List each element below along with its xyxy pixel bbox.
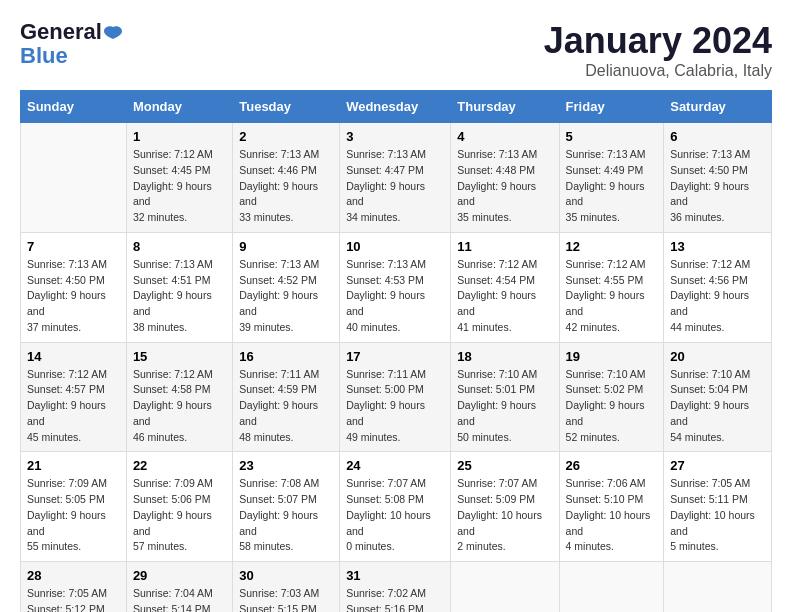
day-number: 19 xyxy=(566,349,658,364)
day-info: Sunrise: 7:13 AMSunset: 4:53 PMDaylight:… xyxy=(346,257,444,336)
day-header-wednesday: Wednesday xyxy=(340,91,451,123)
calendar-cell: 27 Sunrise: 7:05 AMSunset: 5:11 PMDaylig… xyxy=(664,452,772,562)
month-title: January 2024 xyxy=(544,20,772,62)
day-info: Sunrise: 7:12 AMSunset: 4:55 PMDaylight:… xyxy=(566,257,658,336)
calendar-cell xyxy=(21,123,127,233)
day-info: Sunrise: 7:04 AMSunset: 5:14 PMDaylight:… xyxy=(133,586,226,612)
calendar-cell: 7 Sunrise: 7:13 AMSunset: 4:50 PMDayligh… xyxy=(21,232,127,342)
logo-general: General xyxy=(20,20,122,44)
day-number: 11 xyxy=(457,239,552,254)
calendar-cell: 8 Sunrise: 7:13 AMSunset: 4:51 PMDayligh… xyxy=(126,232,232,342)
calendar-cell: 16 Sunrise: 7:11 AMSunset: 4:59 PMDaylig… xyxy=(233,342,340,452)
day-number: 27 xyxy=(670,458,765,473)
day-info: Sunrise: 7:09 AMSunset: 5:05 PMDaylight:… xyxy=(27,476,120,555)
calendar-cell: 26 Sunrise: 7:06 AMSunset: 5:10 PMDaylig… xyxy=(559,452,664,562)
day-header-monday: Monday xyxy=(126,91,232,123)
calendar-cell: 1 Sunrise: 7:12 AMSunset: 4:45 PMDayligh… xyxy=(126,123,232,233)
day-info: Sunrise: 7:13 AMSunset: 4:52 PMDaylight:… xyxy=(239,257,333,336)
day-info: Sunrise: 7:12 AMSunset: 4:58 PMDaylight:… xyxy=(133,367,226,446)
day-info: Sunrise: 7:13 AMSunset: 4:50 PMDaylight:… xyxy=(670,147,765,226)
day-info: Sunrise: 7:05 AMSunset: 5:12 PMDaylight:… xyxy=(27,586,120,612)
day-number: 7 xyxy=(27,239,120,254)
calendar-cell: 3 Sunrise: 7:13 AMSunset: 4:47 PMDayligh… xyxy=(340,123,451,233)
calendar-cell: 20 Sunrise: 7:10 AMSunset: 5:04 PMDaylig… xyxy=(664,342,772,452)
day-info: Sunrise: 7:12 AMSunset: 4:54 PMDaylight:… xyxy=(457,257,552,336)
day-info: Sunrise: 7:13 AMSunset: 4:46 PMDaylight:… xyxy=(239,147,333,226)
day-number: 24 xyxy=(346,458,444,473)
day-info: Sunrise: 7:02 AMSunset: 5:16 PMDaylight:… xyxy=(346,586,444,612)
day-number: 20 xyxy=(670,349,765,364)
calendar-cell: 2 Sunrise: 7:13 AMSunset: 4:46 PMDayligh… xyxy=(233,123,340,233)
day-info: Sunrise: 7:13 AMSunset: 4:50 PMDaylight:… xyxy=(27,257,120,336)
day-header-thursday: Thursday xyxy=(451,91,559,123)
day-number: 9 xyxy=(239,239,333,254)
logo: General Blue xyxy=(20,20,122,68)
calendar-cell: 29 Sunrise: 7:04 AMSunset: 5:14 PMDaylig… xyxy=(126,562,232,613)
day-info: Sunrise: 7:12 AMSunset: 4:45 PMDaylight:… xyxy=(133,147,226,226)
day-info: Sunrise: 7:07 AMSunset: 5:09 PMDaylight:… xyxy=(457,476,552,555)
day-info: Sunrise: 7:10 AMSunset: 5:04 PMDaylight:… xyxy=(670,367,765,446)
day-info: Sunrise: 7:06 AMSunset: 5:10 PMDaylight:… xyxy=(566,476,658,555)
day-number: 21 xyxy=(27,458,120,473)
calendar-cell: 28 Sunrise: 7:05 AMSunset: 5:12 PMDaylig… xyxy=(21,562,127,613)
calendar-table: SundayMondayTuesdayWednesdayThursdayFrid… xyxy=(20,90,772,612)
day-info: Sunrise: 7:07 AMSunset: 5:08 PMDaylight:… xyxy=(346,476,444,555)
day-number: 4 xyxy=(457,129,552,144)
day-number: 25 xyxy=(457,458,552,473)
calendar-week-3: 14 Sunrise: 7:12 AMSunset: 4:57 PMDaylig… xyxy=(21,342,772,452)
calendar-cell: 9 Sunrise: 7:13 AMSunset: 4:52 PMDayligh… xyxy=(233,232,340,342)
calendar-cell: 6 Sunrise: 7:13 AMSunset: 4:50 PMDayligh… xyxy=(664,123,772,233)
calendar-cell: 13 Sunrise: 7:12 AMSunset: 4:56 PMDaylig… xyxy=(664,232,772,342)
day-number: 14 xyxy=(27,349,120,364)
day-info: Sunrise: 7:13 AMSunset: 4:48 PMDaylight:… xyxy=(457,147,552,226)
day-info: Sunrise: 7:11 AMSunset: 4:59 PMDaylight:… xyxy=(239,367,333,446)
day-info: Sunrise: 7:11 AMSunset: 5:00 PMDaylight:… xyxy=(346,367,444,446)
day-number: 18 xyxy=(457,349,552,364)
calendar-week-2: 7 Sunrise: 7:13 AMSunset: 4:50 PMDayligh… xyxy=(21,232,772,342)
calendar-cell: 23 Sunrise: 7:08 AMSunset: 5:07 PMDaylig… xyxy=(233,452,340,562)
calendar-cell: 17 Sunrise: 7:11 AMSunset: 5:00 PMDaylig… xyxy=(340,342,451,452)
calendar-cell xyxy=(451,562,559,613)
day-header-friday: Friday xyxy=(559,91,664,123)
day-header-saturday: Saturday xyxy=(664,91,772,123)
day-info: Sunrise: 7:10 AMSunset: 5:02 PMDaylight:… xyxy=(566,367,658,446)
title-area: January 2024 Delianuova, Calabria, Italy xyxy=(544,20,772,80)
day-number: 22 xyxy=(133,458,226,473)
day-info: Sunrise: 7:13 AMSunset: 4:49 PMDaylight:… xyxy=(566,147,658,226)
day-number: 8 xyxy=(133,239,226,254)
day-number: 13 xyxy=(670,239,765,254)
calendar-cell: 15 Sunrise: 7:12 AMSunset: 4:58 PMDaylig… xyxy=(126,342,232,452)
day-number: 10 xyxy=(346,239,444,254)
day-number: 17 xyxy=(346,349,444,364)
calendar-body: 1 Sunrise: 7:12 AMSunset: 4:45 PMDayligh… xyxy=(21,123,772,613)
day-number: 12 xyxy=(566,239,658,254)
calendar-cell: 22 Sunrise: 7:09 AMSunset: 5:06 PMDaylig… xyxy=(126,452,232,562)
calendar-cell: 30 Sunrise: 7:03 AMSunset: 5:15 PMDaylig… xyxy=(233,562,340,613)
day-info: Sunrise: 7:12 AMSunset: 4:57 PMDaylight:… xyxy=(27,367,120,446)
day-info: Sunrise: 7:13 AMSunset: 4:51 PMDaylight:… xyxy=(133,257,226,336)
day-number: 28 xyxy=(27,568,120,583)
calendar-cell: 19 Sunrise: 7:10 AMSunset: 5:02 PMDaylig… xyxy=(559,342,664,452)
calendar-cell: 12 Sunrise: 7:12 AMSunset: 4:55 PMDaylig… xyxy=(559,232,664,342)
day-header-sunday: Sunday xyxy=(21,91,127,123)
calendar-week-1: 1 Sunrise: 7:12 AMSunset: 4:45 PMDayligh… xyxy=(21,123,772,233)
calendar-cell: 4 Sunrise: 7:13 AMSunset: 4:48 PMDayligh… xyxy=(451,123,559,233)
day-info: Sunrise: 7:05 AMSunset: 5:11 PMDaylight:… xyxy=(670,476,765,555)
calendar-cell: 10 Sunrise: 7:13 AMSunset: 4:53 PMDaylig… xyxy=(340,232,451,342)
day-number: 23 xyxy=(239,458,333,473)
day-number: 6 xyxy=(670,129,765,144)
day-header-tuesday: Tuesday xyxy=(233,91,340,123)
header: General Blue January 2024 Delianuova, Ca… xyxy=(20,20,772,80)
logo-bird-icon xyxy=(104,25,122,39)
calendar-cell xyxy=(664,562,772,613)
location: Delianuova, Calabria, Italy xyxy=(544,62,772,80)
day-info: Sunrise: 7:10 AMSunset: 5:01 PMDaylight:… xyxy=(457,367,552,446)
calendar-week-5: 28 Sunrise: 7:05 AMSunset: 5:12 PMDaylig… xyxy=(21,562,772,613)
day-number: 3 xyxy=(346,129,444,144)
day-info: Sunrise: 7:12 AMSunset: 4:56 PMDaylight:… xyxy=(670,257,765,336)
calendar-cell: 11 Sunrise: 7:12 AMSunset: 4:54 PMDaylig… xyxy=(451,232,559,342)
day-number: 30 xyxy=(239,568,333,583)
calendar-cell: 21 Sunrise: 7:09 AMSunset: 5:05 PMDaylig… xyxy=(21,452,127,562)
calendar-week-4: 21 Sunrise: 7:09 AMSunset: 5:05 PMDaylig… xyxy=(21,452,772,562)
day-info: Sunrise: 7:08 AMSunset: 5:07 PMDaylight:… xyxy=(239,476,333,555)
